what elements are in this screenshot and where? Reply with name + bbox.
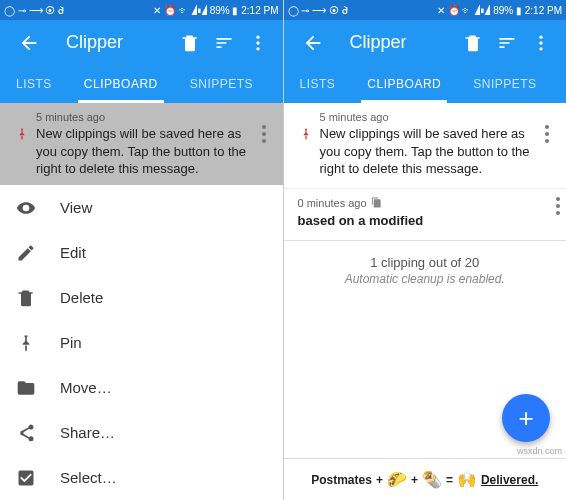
pencil-icon: [16, 243, 36, 263]
menu-view[interactable]: View: [0, 185, 283, 230]
menu-edit[interactable]: Edit: [0, 230, 283, 275]
delete-button[interactable]: [173, 23, 207, 63]
clip-timestamp: 5 minutes ago: [320, 111, 535, 123]
sort-button[interactable]: [490, 23, 524, 63]
tab-snippets[interactable]: SNIPPETS: [174, 65, 269, 103]
screen-left: ◯ ⊸ ⟶ ⦿ ᑯ̀ ✕ ⏰ ᯤ ◢▮◢89% ▮ 2:12 PM Clippe…: [0, 0, 283, 500]
app-bar: Clipper: [284, 20, 567, 65]
app-title: Clipper: [350, 32, 457, 53]
ad-banner[interactable]: Postmates + 🌮 + 🌯 = 🙌 Delivered.: [284, 458, 567, 500]
ad-text: Delivered.: [481, 473, 538, 487]
ad-brand: Postmates: [311, 473, 372, 487]
screen-right: ◯ ⊸ ⟶ ⦿ ᑯ̀ ✕ ⏰ ᯤ ◢▮◢89% ▮ 2:12 PM Clippe…: [284, 0, 567, 500]
summary-note: Automatic cleanup is enabled.: [284, 272, 567, 286]
menu-pin[interactable]: Pin: [0, 320, 283, 365]
app-bar: Clipper: [0, 20, 283, 65]
menu-share[interactable]: Share…: [0, 410, 283, 455]
eye-icon: [16, 198, 36, 218]
taco-icon: 🌮: [387, 470, 407, 489]
more-button[interactable]: [524, 23, 558, 63]
menu-move[interactable]: Move…: [0, 365, 283, 410]
clip-item[interactable]: 0 minutes ago based on a modified: [284, 189, 567, 240]
more-button[interactable]: [241, 23, 275, 63]
folder-icon: [16, 378, 36, 398]
pin-icon: [16, 333, 36, 353]
back-button[interactable]: [296, 23, 330, 63]
tab-lists[interactable]: LISTS: [284, 65, 352, 103]
menu-delete[interactable]: Delete: [0, 275, 283, 320]
clip-menu-button[interactable]: [251, 111, 277, 143]
list-summary: 1 clipping out of 20 Automatic cleanup i…: [284, 240, 567, 290]
clip-body: New clippings will be saved here as you …: [36, 125, 251, 178]
add-fab[interactable]: +: [502, 394, 550, 442]
clip-body: based on a modified: [298, 213, 557, 228]
context-menu: View Edit Delete Pin Move… Share… Select…: [0, 185, 283, 500]
burrito-icon: 🌯: [422, 470, 442, 489]
back-button[interactable]: [12, 23, 46, 63]
clip-timestamp: 5 minutes ago: [36, 111, 251, 123]
clip-list-dimmed: 5 minutes ago New clippings will be save…: [0, 103, 283, 185]
praise-icon: 🙌: [457, 470, 477, 489]
clip-menu-button[interactable]: [556, 197, 560, 215]
tab-clipboard[interactable]: CLIPBOARD: [68, 65, 174, 103]
trash-icon: [16, 288, 36, 308]
clip-menu-button[interactable]: [534, 111, 560, 143]
tab-lists[interactable]: LISTS: [0, 65, 68, 103]
delete-button[interactable]: [456, 23, 490, 63]
clip-timestamp: 0 minutes ago: [298, 197, 557, 209]
tab-clipboard[interactable]: CLIPBOARD: [351, 65, 457, 103]
watermark: wsxdn.com: [517, 446, 562, 456]
pin-icon: [15, 127, 29, 141]
app-title: Clipper: [66, 32, 173, 53]
summary-count: 1 clipping out of 20: [284, 255, 567, 270]
tabs: LISTS CLIPBOARD SNIPPETS: [284, 65, 567, 103]
share-icon: [16, 423, 36, 443]
status-bar: ◯ ⊸ ⟶ ⦿ ᑯ̀ ✕ ⏰ ᯤ ◢▮◢89% ▮ 2:12 PM: [284, 0, 567, 20]
pin-icon: [299, 127, 313, 141]
sort-button[interactable]: [207, 23, 241, 63]
tabs: LISTS CLIPBOARD SNIPPETS: [0, 65, 283, 103]
menu-select[interactable]: Select…: [0, 455, 283, 500]
status-bar: ◯ ⊸ ⟶ ⦿ ᑯ̀ ✕ ⏰ ᯤ ◢▮◢89% ▮ 2:12 PM: [0, 0, 283, 20]
clip-body: New clippings will be saved here as you …: [320, 125, 535, 178]
clipboard-icon: [371, 197, 382, 208]
pinned-clip[interactable]: 5 minutes ago New clippings will be save…: [284, 103, 567, 189]
pinned-clip[interactable]: 5 minutes ago New clippings will be save…: [0, 103, 283, 185]
tab-snippets[interactable]: SNIPPETS: [457, 65, 552, 103]
checkbox-icon: [16, 468, 36, 488]
